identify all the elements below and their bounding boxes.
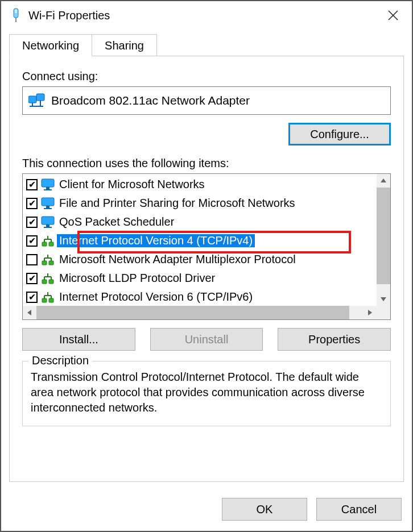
scroll-right-arrow-icon[interactable]: [363, 306, 377, 319]
svg-rect-11: [46, 187, 49, 189]
monitor-icon: [41, 197, 55, 210]
component-label: Internet Protocol Version 6 (TCP/IPv6): [57, 290, 255, 304]
scroll-up-arrow-icon[interactable]: [377, 174, 390, 188]
components-vertical-scrollbar[interactable]: [377, 174, 390, 306]
component-checkbox[interactable]: ✔: [26, 235, 38, 247]
component-row[interactable]: ✔QoS Packet Scheduler: [23, 213, 377, 231]
protocol-icon: [41, 253, 55, 266]
title-bar: Wi-Fi Properties: [1, 1, 412, 30]
svg-rect-38: [49, 298, 53, 302]
component-label: Microsoft LLDP Protocol Driver: [57, 272, 217, 285]
svg-rect-10: [42, 179, 54, 187]
svg-rect-5: [28, 96, 36, 103]
component-checkbox[interactable]: ✔: [26, 273, 38, 284]
adapter-selector[interactable]: Broadcom 802.11ac Network Adapter: [22, 86, 391, 115]
component-checkbox[interactable]: ✔: [26, 217, 38, 228]
component-label: File and Printer Sharing for Microsoft N…: [57, 197, 298, 210]
component-row[interactable]: Microsoft Network Adapter Multiplexor Pr…: [23, 250, 377, 269]
svg-marker-45: [27, 310, 31, 315]
svg-rect-2: [15, 18, 16, 22]
protocol-icon: [41, 235, 55, 247]
component-row[interactable]: ✔File and Printer Sharing for Microsoft …: [23, 194, 377, 213]
scroll-left-arrow-icon[interactable]: [23, 306, 36, 319]
svg-rect-13: [42, 198, 54, 206]
svg-marker-44: [381, 297, 386, 301]
close-button[interactable]: [379, 1, 407, 30]
properties-button[interactable]: Properties: [278, 328, 391, 351]
ok-button[interactable]: OK: [222, 498, 307, 521]
window-title: Wi-Fi Properties: [28, 9, 379, 22]
items-label: This connection uses the following items…: [22, 157, 391, 170]
monitor-icon: [41, 178, 55, 191]
tab-panel-networking: Connect using: Broadcom 802.11ac Network…: [9, 56, 404, 482]
svg-rect-14: [46, 206, 49, 208]
dialog-footer: OK Cancel: [222, 498, 402, 521]
scroll-down-arrow-icon[interactable]: [377, 292, 390, 306]
svg-rect-20: [49, 242, 53, 246]
protocol-icon: [41, 272, 55, 285]
svg-rect-15: [44, 208, 52, 209]
component-label: Client for Microsoft Networks: [57, 178, 207, 191]
protocol-icon: [41, 291, 55, 304]
components-listbox: ✔Client for Microsoft Networks✔File and …: [22, 173, 391, 320]
svg-rect-37: [42, 298, 47, 302]
svg-rect-12: [44, 189, 52, 190]
scroll-thumb-vertical[interactable]: [377, 188, 390, 284]
svg-rect-31: [42, 280, 47, 284]
component-row[interactable]: ✔Client for Microsoft Networks: [23, 175, 377, 194]
svg-rect-25: [42, 261, 47, 265]
tab-networking[interactable]: Networking: [9, 34, 92, 56]
svg-rect-17: [46, 225, 49, 227]
cancel-button[interactable]: Cancel: [316, 498, 402, 521]
component-row[interactable]: ✔Internet Protocol Version 6 (TCP/IPv6): [23, 288, 377, 306]
description-text: Transmission Control Protocol/Internet P…: [31, 369, 382, 415]
scroll-thumb-horizontal[interactable]: [36, 306, 349, 319]
svg-rect-19: [42, 242, 47, 246]
tab-sharing[interactable]: Sharing: [92, 34, 157, 56]
components-list[interactable]: ✔Client for Microsoft Networks✔File and …: [23, 174, 377, 306]
app-icon: [9, 7, 23, 23]
svg-rect-26: [49, 261, 53, 265]
adapter-name: Broadcom 802.11ac Network Adapter: [51, 94, 250, 107]
component-checkbox[interactable]: ✔: [26, 198, 38, 209]
component-checkbox[interactable]: [26, 254, 38, 265]
svg-rect-18: [44, 227, 52, 228]
svg-marker-43: [381, 178, 386, 182]
component-label: QoS Packet Scheduler: [57, 215, 176, 228]
description-groupbox: Description Transmission Control Protoco…: [22, 361, 391, 426]
component-checkbox[interactable]: ✔: [26, 179, 38, 190]
svg-rect-6: [36, 94, 44, 101]
component-label: Internet Protocol Version 4 (TCP/IPv4): [57, 234, 255, 247]
uninstall-button: Uninstall: [150, 328, 263, 351]
install-button[interactable]: Install...: [22, 328, 135, 351]
configure-button[interactable]: Configure...: [288, 123, 391, 146]
component-row[interactable]: ✔Internet Protocol Version 4 (TCP/IPv4): [23, 231, 377, 250]
components-horizontal-scrollbar[interactable]: [23, 306, 377, 319]
monitor-icon: [41, 216, 55, 228]
svg-rect-32: [49, 280, 53, 284]
component-checkbox[interactable]: ✔: [26, 292, 38, 303]
svg-marker-46: [368, 310, 372, 315]
connect-using-label: Connect using:: [22, 70, 391, 83]
component-row[interactable]: ✔Microsoft LLDP Protocol Driver: [23, 269, 377, 288]
adapter-icon: [28, 93, 46, 109]
svg-rect-16: [42, 217, 54, 225]
tab-row: Networking Sharing: [9, 34, 404, 56]
description-legend: Description: [28, 354, 92, 367]
dialog-content: Networking Sharing Connect using: Broadc…: [9, 34, 404, 485]
component-label: Microsoft Network Adapter Multiplexor Pr…: [57, 253, 298, 266]
svg-rect-1: [15, 10, 17, 13]
